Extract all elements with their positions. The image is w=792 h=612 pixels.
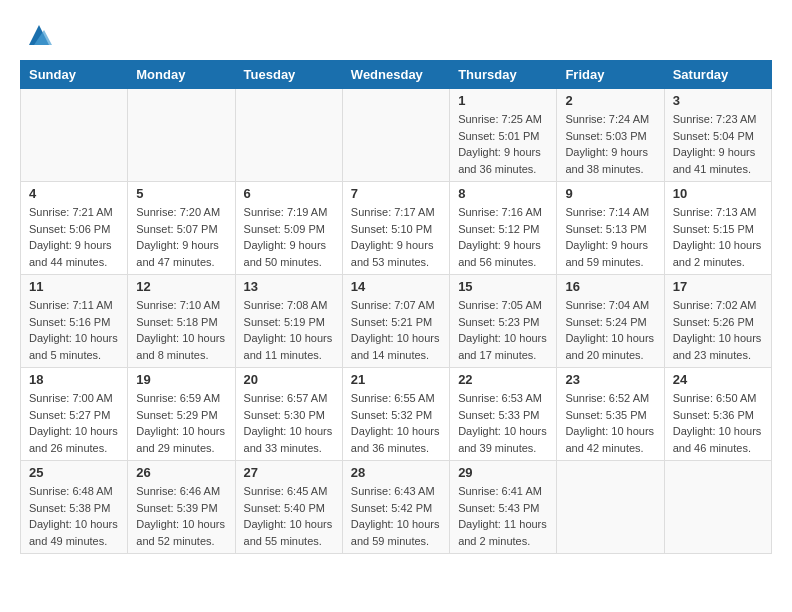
calendar-cell: 20Sunrise: 6:57 AM Sunset: 5:30 PM Dayli… bbox=[235, 368, 342, 461]
day-number: 5 bbox=[136, 186, 226, 201]
calendar-cell: 29Sunrise: 6:41 AM Sunset: 5:43 PM Dayli… bbox=[450, 461, 557, 554]
header-wednesday: Wednesday bbox=[342, 61, 449, 89]
day-info: Sunrise: 6:41 AM Sunset: 5:43 PM Dayligh… bbox=[458, 483, 548, 549]
calendar-cell bbox=[128, 89, 235, 182]
calendar-week-3: 11Sunrise: 7:11 AM Sunset: 5:16 PM Dayli… bbox=[21, 275, 772, 368]
day-number: 28 bbox=[351, 465, 441, 480]
calendar-cell: 18Sunrise: 7:00 AM Sunset: 5:27 PM Dayli… bbox=[21, 368, 128, 461]
day-number: 21 bbox=[351, 372, 441, 387]
calendar-cell: 4Sunrise: 7:21 AM Sunset: 5:06 PM Daylig… bbox=[21, 182, 128, 275]
calendar-cell: 22Sunrise: 6:53 AM Sunset: 5:33 PM Dayli… bbox=[450, 368, 557, 461]
calendar-body: 1Sunrise: 7:25 AM Sunset: 5:01 PM Daylig… bbox=[21, 89, 772, 554]
header-thursday: Thursday bbox=[450, 61, 557, 89]
calendar-cell: 10Sunrise: 7:13 AM Sunset: 5:15 PM Dayli… bbox=[664, 182, 771, 275]
day-info: Sunrise: 7:14 AM Sunset: 5:13 PM Dayligh… bbox=[565, 204, 655, 270]
calendar-cell: 3Sunrise: 7:23 AM Sunset: 5:04 PM Daylig… bbox=[664, 89, 771, 182]
calendar-week-1: 1Sunrise: 7:25 AM Sunset: 5:01 PM Daylig… bbox=[21, 89, 772, 182]
day-info: Sunrise: 6:45 AM Sunset: 5:40 PM Dayligh… bbox=[244, 483, 334, 549]
day-info: Sunrise: 7:05 AM Sunset: 5:23 PM Dayligh… bbox=[458, 297, 548, 363]
day-info: Sunrise: 7:21 AM Sunset: 5:06 PM Dayligh… bbox=[29, 204, 119, 270]
day-info: Sunrise: 6:50 AM Sunset: 5:36 PM Dayligh… bbox=[673, 390, 763, 456]
day-number: 10 bbox=[673, 186, 763, 201]
day-number: 27 bbox=[244, 465, 334, 480]
calendar-cell: 17Sunrise: 7:02 AM Sunset: 5:26 PM Dayli… bbox=[664, 275, 771, 368]
day-number: 8 bbox=[458, 186, 548, 201]
day-number: 18 bbox=[29, 372, 119, 387]
day-info: Sunrise: 7:10 AM Sunset: 5:18 PM Dayligh… bbox=[136, 297, 226, 363]
calendar-cell: 9Sunrise: 7:14 AM Sunset: 5:13 PM Daylig… bbox=[557, 182, 664, 275]
calendar-cell: 21Sunrise: 6:55 AM Sunset: 5:32 PM Dayli… bbox=[342, 368, 449, 461]
day-number: 7 bbox=[351, 186, 441, 201]
calendar-cell: 11Sunrise: 7:11 AM Sunset: 5:16 PM Dayli… bbox=[21, 275, 128, 368]
day-number: 2 bbox=[565, 93, 655, 108]
day-number: 11 bbox=[29, 279, 119, 294]
day-number: 16 bbox=[565, 279, 655, 294]
calendar-cell: 8Sunrise: 7:16 AM Sunset: 5:12 PM Daylig… bbox=[450, 182, 557, 275]
day-info: Sunrise: 7:17 AM Sunset: 5:10 PM Dayligh… bbox=[351, 204, 441, 270]
day-number: 3 bbox=[673, 93, 763, 108]
calendar-cell: 13Sunrise: 7:08 AM Sunset: 5:19 PM Dayli… bbox=[235, 275, 342, 368]
logo-icon bbox=[24, 20, 54, 50]
day-number: 15 bbox=[458, 279, 548, 294]
day-number: 6 bbox=[244, 186, 334, 201]
calendar-cell: 25Sunrise: 6:48 AM Sunset: 5:38 PM Dayli… bbox=[21, 461, 128, 554]
calendar-cell bbox=[235, 89, 342, 182]
calendar-cell: 14Sunrise: 7:07 AM Sunset: 5:21 PM Dayli… bbox=[342, 275, 449, 368]
day-info: Sunrise: 6:43 AM Sunset: 5:42 PM Dayligh… bbox=[351, 483, 441, 549]
day-number: 29 bbox=[458, 465, 548, 480]
day-info: Sunrise: 6:46 AM Sunset: 5:39 PM Dayligh… bbox=[136, 483, 226, 549]
day-number: 4 bbox=[29, 186, 119, 201]
day-info: Sunrise: 7:20 AM Sunset: 5:07 PM Dayligh… bbox=[136, 204, 226, 270]
calendar-cell: 15Sunrise: 7:05 AM Sunset: 5:23 PM Dayli… bbox=[450, 275, 557, 368]
day-info: Sunrise: 7:24 AM Sunset: 5:03 PM Dayligh… bbox=[565, 111, 655, 177]
day-info: Sunrise: 7:13 AM Sunset: 5:15 PM Dayligh… bbox=[673, 204, 763, 270]
logo bbox=[20, 20, 54, 50]
day-info: Sunrise: 7:00 AM Sunset: 5:27 PM Dayligh… bbox=[29, 390, 119, 456]
day-info: Sunrise: 6:59 AM Sunset: 5:29 PM Dayligh… bbox=[136, 390, 226, 456]
page-header bbox=[20, 20, 772, 50]
calendar-cell: 2Sunrise: 7:24 AM Sunset: 5:03 PM Daylig… bbox=[557, 89, 664, 182]
day-number: 12 bbox=[136, 279, 226, 294]
calendar-week-4: 18Sunrise: 7:00 AM Sunset: 5:27 PM Dayli… bbox=[21, 368, 772, 461]
calendar-cell: 23Sunrise: 6:52 AM Sunset: 5:35 PM Dayli… bbox=[557, 368, 664, 461]
day-number: 22 bbox=[458, 372, 548, 387]
calendar-cell: 27Sunrise: 6:45 AM Sunset: 5:40 PM Dayli… bbox=[235, 461, 342, 554]
day-info: Sunrise: 7:11 AM Sunset: 5:16 PM Dayligh… bbox=[29, 297, 119, 363]
calendar-header: Sunday Monday Tuesday Wednesday Thursday… bbox=[21, 61, 772, 89]
calendar-cell: 26Sunrise: 6:46 AM Sunset: 5:39 PM Dayli… bbox=[128, 461, 235, 554]
header-saturday: Saturday bbox=[664, 61, 771, 89]
calendar-cell: 24Sunrise: 6:50 AM Sunset: 5:36 PM Dayli… bbox=[664, 368, 771, 461]
day-info: Sunrise: 6:48 AM Sunset: 5:38 PM Dayligh… bbox=[29, 483, 119, 549]
day-number: 20 bbox=[244, 372, 334, 387]
header-friday: Friday bbox=[557, 61, 664, 89]
day-number: 19 bbox=[136, 372, 226, 387]
day-info: Sunrise: 7:04 AM Sunset: 5:24 PM Dayligh… bbox=[565, 297, 655, 363]
calendar-cell: 12Sunrise: 7:10 AM Sunset: 5:18 PM Dayli… bbox=[128, 275, 235, 368]
calendar-cell: 1Sunrise: 7:25 AM Sunset: 5:01 PM Daylig… bbox=[450, 89, 557, 182]
calendar-week-2: 4Sunrise: 7:21 AM Sunset: 5:06 PM Daylig… bbox=[21, 182, 772, 275]
day-info: Sunrise: 7:25 AM Sunset: 5:01 PM Dayligh… bbox=[458, 111, 548, 177]
header-sunday: Sunday bbox=[21, 61, 128, 89]
header-tuesday: Tuesday bbox=[235, 61, 342, 89]
day-info: Sunrise: 7:19 AM Sunset: 5:09 PM Dayligh… bbox=[244, 204, 334, 270]
calendar-cell: 5Sunrise: 7:20 AM Sunset: 5:07 PM Daylig… bbox=[128, 182, 235, 275]
day-number: 24 bbox=[673, 372, 763, 387]
calendar-cell: 6Sunrise: 7:19 AM Sunset: 5:09 PM Daylig… bbox=[235, 182, 342, 275]
calendar-table: Sunday Monday Tuesday Wednesday Thursday… bbox=[20, 60, 772, 554]
day-info: Sunrise: 7:23 AM Sunset: 5:04 PM Dayligh… bbox=[673, 111, 763, 177]
day-number: 17 bbox=[673, 279, 763, 294]
day-info: Sunrise: 7:07 AM Sunset: 5:21 PM Dayligh… bbox=[351, 297, 441, 363]
calendar-cell bbox=[21, 89, 128, 182]
calendar-cell bbox=[342, 89, 449, 182]
calendar-cell: 28Sunrise: 6:43 AM Sunset: 5:42 PM Dayli… bbox=[342, 461, 449, 554]
day-info: Sunrise: 6:57 AM Sunset: 5:30 PM Dayligh… bbox=[244, 390, 334, 456]
day-number: 14 bbox=[351, 279, 441, 294]
calendar-cell: 16Sunrise: 7:04 AM Sunset: 5:24 PM Dayli… bbox=[557, 275, 664, 368]
calendar-cell bbox=[557, 461, 664, 554]
day-info: Sunrise: 7:16 AM Sunset: 5:12 PM Dayligh… bbox=[458, 204, 548, 270]
day-info: Sunrise: 7:02 AM Sunset: 5:26 PM Dayligh… bbox=[673, 297, 763, 363]
header-monday: Monday bbox=[128, 61, 235, 89]
day-info: Sunrise: 6:52 AM Sunset: 5:35 PM Dayligh… bbox=[565, 390, 655, 456]
day-number: 1 bbox=[458, 93, 548, 108]
day-info: Sunrise: 7:08 AM Sunset: 5:19 PM Dayligh… bbox=[244, 297, 334, 363]
